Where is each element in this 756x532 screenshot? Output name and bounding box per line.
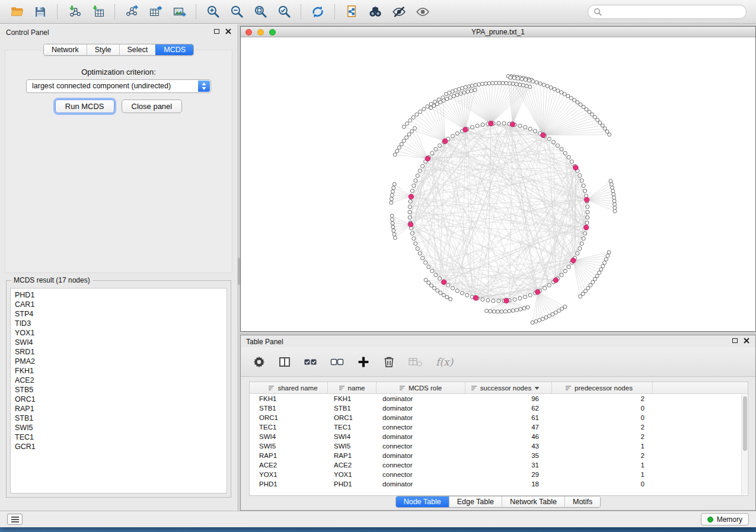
mcds-result-item[interactable]: STP4 (11, 309, 227, 319)
export-table-button[interactable] (143, 2, 167, 22)
mcds-result-item[interactable]: SWI5 (11, 423, 227, 432)
memory-status-icon (707, 517, 713, 523)
sort-icon (339, 385, 345, 391)
function-builder-fx-icon[interactable]: f(x) (436, 356, 453, 368)
table-cell: 1 (552, 441, 653, 451)
tab-network-table[interactable]: Network Table (502, 496, 564, 507)
column-header-name[interactable]: name (328, 382, 377, 393)
table-header-row: shared name name MCDS role successor nod… (250, 382, 748, 394)
mcds-result-item[interactable]: ACE2 (11, 376, 227, 385)
mcds-result-item[interactable]: PHD1 (11, 290, 227, 300)
show-details-button[interactable] (411, 2, 435, 22)
network-canvas[interactable] (241, 37, 755, 331)
column-header-predecessor-nodes[interactable]: predecessor nodes (552, 382, 653, 393)
mcds-result-item[interactable]: SRD1 (11, 347, 227, 357)
tab-motifs[interactable]: Motifs (564, 496, 600, 507)
mcds-result-item[interactable]: CAR1 (11, 300, 227, 309)
mcds-result-item[interactable]: ORC1 (11, 395, 227, 404)
table-row[interactable]: PHD1PHD1dominator180 (250, 479, 748, 489)
table-scrollbar[interactable] (741, 395, 747, 495)
close-panel-icon[interactable] (225, 28, 231, 34)
zoom-in-button[interactable] (201, 2, 225, 22)
list-menu-icon (11, 517, 19, 523)
table-row[interactable]: RAP1RAP1dominator352 (250, 451, 748, 460)
table-cell: TEC1 (250, 422, 328, 432)
mcds-result-item[interactable]: TEC1 (11, 432, 227, 442)
table-row[interactable]: YOX1YOX1connector291 (250, 470, 748, 479)
table-scrollbar-thumb[interactable] (743, 396, 747, 451)
tab-edge-table[interactable]: Edge Table (449, 496, 502, 507)
table-cell: 46 (465, 432, 552, 441)
optimization-criterion-dropdown[interactable]: largest connected component (undirected) (26, 79, 211, 93)
open-file-button[interactable] (5, 2, 28, 22)
table-row[interactable]: TEC1TEC1connector472 (250, 422, 748, 432)
table-panel-tabs: Node Table Edge Table Network Table Moti… (241, 496, 755, 508)
delete-column-icon[interactable] (382, 355, 395, 368)
zoom-selected-button[interactable] (272, 2, 296, 22)
table-cell: FKH1 (328, 394, 377, 403)
column-header-mcds-role[interactable]: MCDS role (377, 382, 465, 393)
save-icon (34, 5, 47, 18)
close-panel-button[interactable]: Close panel (122, 100, 183, 113)
mcds-result-item[interactable]: TID3 (11, 319, 227, 328)
toolbar-separator (334, 4, 335, 20)
mcds-result-item[interactable]: GCR1 (11, 442, 227, 451)
tab-node-table[interactable]: Node Table (396, 496, 449, 507)
toolbar-separator (301, 4, 301, 20)
table-cell: 31 (465, 460, 552, 470)
mcds-result-item[interactable]: SWI4 (11, 338, 227, 347)
find-binoculars-button[interactable] (363, 2, 387, 22)
select-all-icon[interactable] (304, 355, 318, 368)
tab-network[interactable]: Network (44, 44, 87, 55)
status-menu-button[interactable] (7, 514, 23, 525)
table-settings-gear-icon[interactable] (253, 355, 266, 368)
import-network-button[interactable] (62, 2, 86, 22)
binoculars-icon (368, 5, 382, 19)
float-panel-icon[interactable] (214, 29, 219, 34)
zoom-fit-button[interactable] (248, 2, 272, 22)
mcds-result-item[interactable]: FKH1 (11, 366, 227, 376)
tab-mcds[interactable]: MCDS (155, 44, 193, 55)
hide-details-button[interactable] (387, 2, 411, 22)
search-input[interactable] (605, 8, 741, 16)
column-header-shared-name[interactable]: shared name (250, 382, 328, 393)
mcds-result-item[interactable]: STB1 (11, 414, 227, 423)
table-cell (653, 451, 748, 460)
show-columns-icon[interactable] (278, 355, 291, 368)
table-row[interactable]: ACE2ACE2connector311 (250, 460, 748, 470)
mcds-result-item[interactable]: YOX1 (11, 328, 227, 338)
tab-select[interactable]: Select (119, 44, 156, 55)
splitter-grip[interactable] (238, 258, 240, 285)
share-document-button[interactable] (340, 2, 363, 22)
table-row[interactable]: STB1STB1dominator620 (250, 403, 748, 413)
close-table-panel-icon[interactable] (744, 338, 749, 344)
float-table-panel-icon[interactable] (732, 338, 738, 343)
export-network-button[interactable] (120, 2, 143, 22)
mcds-result-item[interactable]: RAP1 (11, 404, 227, 414)
deselect-all-icon[interactable] (330, 355, 344, 368)
run-mcds-button[interactable]: Run MCDS (55, 100, 114, 113)
delete-table-icon[interactable] (408, 355, 423, 368)
table-row[interactable]: SWI4SWI4dominator462 (250, 432, 748, 441)
memory-button[interactable]: Memory (701, 513, 749, 525)
network-window: YPA_prune.txt_1 (240, 26, 756, 332)
export-image-button[interactable] (167, 2, 191, 22)
table-cell: 47 (465, 422, 552, 432)
search-icon (594, 8, 602, 16)
import-table-button[interactable] (86, 2, 110, 22)
table-row[interactable]: ORC1ORC1dominator610 (250, 413, 748, 422)
table-cell: 0 (552, 479, 653, 489)
refresh-layout-button[interactable] (306, 2, 330, 22)
table-row[interactable]: SWI5SWI5connector431 (250, 441, 748, 451)
table-cell: SWI5 (328, 441, 377, 451)
add-column-icon[interactable] (357, 355, 370, 368)
mcds-result-item[interactable]: STB5 (11, 385, 227, 395)
save-session-button[interactable] (28, 2, 52, 22)
network-window-titlebar[interactable]: YPA_prune.txt_1 (241, 27, 755, 37)
mcds-result-item[interactable]: PMA2 (11, 357, 227, 366)
column-header-successor-nodes[interactable]: successor nodes (465, 382, 552, 393)
zoom-out-button[interactable] (225, 2, 248, 22)
tab-style[interactable]: Style (87, 44, 119, 55)
table-cell: SWI4 (250, 432, 328, 441)
table-row[interactable]: FKH1FKH1dominator962 (250, 394, 748, 403)
